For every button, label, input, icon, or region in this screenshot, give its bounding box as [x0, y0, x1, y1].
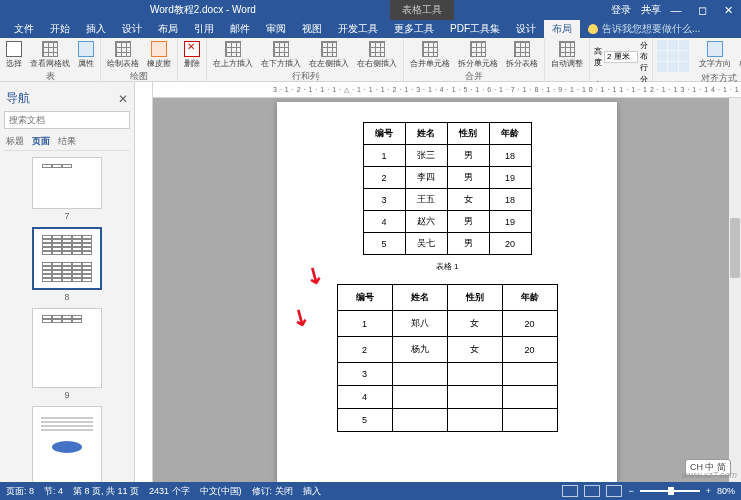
table-header-cell[interactable]: 年龄: [502, 285, 557, 311]
document-page[interactable]: 编号姓名性别年龄1张三男182李四男193王五女184赵六男195吴七男20 表…: [277, 102, 617, 482]
login-link[interactable]: 登录: [611, 3, 631, 17]
ribbon-tab-0[interactable]: 文件: [6, 20, 42, 38]
table-cell[interactable]: 18: [489, 189, 531, 211]
nav-tab-pages[interactable]: 页面: [32, 135, 50, 148]
table-cell[interactable]: 男: [447, 233, 489, 255]
table-row[interactable]: 3王五女18: [363, 189, 531, 211]
table-cell[interactable]: 王五: [405, 189, 447, 211]
ribbon-options-icon[interactable]: ⋯: [637, 0, 663, 20]
align-tc-button[interactable]: [668, 40, 678, 50]
insert-above-button[interactable]: 在上方插入: [211, 40, 255, 70]
table-cell[interactable]: 3: [363, 189, 405, 211]
table-cell[interactable]: 3: [337, 363, 392, 386]
table-cell[interactable]: 男: [447, 167, 489, 189]
align-bc-button[interactable]: [668, 62, 678, 72]
table-header-cell[interactable]: 编号: [337, 285, 392, 311]
align-mr-button[interactable]: [679, 51, 689, 61]
ribbon-tab-13[interactable]: 布局: [544, 20, 580, 38]
ribbon-tab-4[interactable]: 布局: [150, 20, 186, 38]
table-cell[interactable]: 2: [337, 337, 392, 363]
table-cell[interactable]: 赵六: [405, 211, 447, 233]
split-table-button[interactable]: 拆分表格: [504, 40, 540, 70]
split-cells-button[interactable]: 拆分单元格: [456, 40, 500, 70]
align-tr-button[interactable]: [679, 40, 689, 50]
table-cell[interactable]: 男: [447, 145, 489, 167]
table-cell[interactable]: 4: [363, 211, 405, 233]
view-gridlines-button[interactable]: 查看网格线: [28, 40, 72, 70]
page-thumb-9[interactable]: [32, 308, 102, 388]
table-cell[interactable]: 20: [502, 337, 557, 363]
ribbon-tab-6[interactable]: 邮件: [222, 20, 258, 38]
ribbon-tab-5[interactable]: 引用: [186, 20, 222, 38]
distribute-rows-button[interactable]: 分布行: [640, 40, 648, 73]
table-cell[interactable]: 4: [337, 386, 392, 409]
table-row[interactable]: 5吴七男20: [363, 233, 531, 255]
table-cell[interactable]: 19: [489, 211, 531, 233]
table-cell[interactable]: 20: [502, 311, 557, 337]
align-tl-button[interactable]: [657, 40, 667, 50]
table-cell[interactable]: [447, 363, 502, 386]
page-thumb-7[interactable]: [32, 157, 102, 209]
table-cell[interactable]: 郑八: [392, 311, 447, 337]
document-area[interactable]: 3·1·2·1·1·1·△·1·1·1·2·1·3·1·4·1·5·1·6·1·…: [153, 82, 741, 490]
table-cell[interactable]: [502, 386, 557, 409]
table-cell[interactable]: 女: [447, 311, 502, 337]
nav-search-input[interactable]: [4, 111, 130, 129]
ribbon-tab-12[interactable]: 设计: [508, 20, 544, 38]
insert-left-button[interactable]: 在左侧插入: [307, 40, 351, 70]
table-cell[interactable]: [392, 409, 447, 432]
nav-close-button[interactable]: ✕: [118, 92, 128, 106]
status-section[interactable]: 节: 4: [44, 485, 63, 498]
doc-table-1[interactable]: 编号姓名性别年龄1张三男182李四男193王五女184赵六男195吴七男20: [363, 122, 532, 255]
align-ml-button[interactable]: [657, 51, 667, 61]
table-cell[interactable]: 李四: [405, 167, 447, 189]
align-bl-button[interactable]: [657, 62, 667, 72]
delete-button[interactable]: 删除: [182, 40, 202, 70]
autofit-button[interactable]: 自动调整: [549, 40, 585, 70]
zoom-slider[interactable]: [640, 490, 700, 492]
row-height-input[interactable]: [604, 51, 638, 63]
table-header-cell[interactable]: 姓名: [392, 285, 447, 311]
close-window-button[interactable]: ✕: [715, 0, 741, 20]
ribbon-tab-3[interactable]: 设计: [114, 20, 150, 38]
nav-tab-results[interactable]: 结果: [58, 135, 76, 148]
status-language[interactable]: 中文(中国): [200, 485, 242, 498]
table-cell[interactable]: 张三: [405, 145, 447, 167]
doc-table-2[interactable]: 编号姓名性别年龄1郑八女202杨九女20345: [337, 284, 558, 432]
zoom-in-button[interactable]: +: [706, 486, 711, 496]
ribbon-tab-10[interactable]: 更多工具: [386, 20, 442, 38]
table-cell[interactable]: [392, 386, 447, 409]
table-cell[interactable]: 吴七: [405, 233, 447, 255]
draw-table-button[interactable]: 绘制表格: [105, 40, 141, 70]
table-row[interactable]: 4赵六男19: [363, 211, 531, 233]
ribbon-tab-11[interactable]: PDF工具集: [442, 20, 508, 38]
select-button[interactable]: 选择: [4, 40, 24, 70]
table-header-cell[interactable]: 姓名: [405, 123, 447, 145]
table-cell[interactable]: 20: [489, 233, 531, 255]
ribbon-tab-9[interactable]: 开发工具: [330, 20, 386, 38]
table-cell[interactable]: [447, 409, 502, 432]
page-thumb-10[interactable]: [32, 406, 102, 486]
zoom-level[interactable]: 80%: [717, 486, 735, 496]
eraser-button[interactable]: 橡皮擦: [145, 40, 173, 70]
ribbon-tab-7[interactable]: 审阅: [258, 20, 294, 38]
print-layout-button[interactable]: [584, 485, 600, 497]
nav-tab-headings[interactable]: 标题: [6, 135, 24, 148]
table-row[interactable]: 4: [337, 386, 557, 409]
table-cell[interactable]: 1: [363, 145, 405, 167]
table-header-cell[interactable]: 性别: [447, 285, 502, 311]
read-mode-button[interactable]: [562, 485, 578, 497]
table-row[interactable]: 1张三男18: [363, 145, 531, 167]
status-track-changes[interactable]: 修订: 关闭: [252, 485, 293, 498]
table-row[interactable]: 2杨九女20: [337, 337, 557, 363]
table-header-cell[interactable]: 编号: [363, 123, 405, 145]
table-cell[interactable]: 杨九: [392, 337, 447, 363]
insert-right-button[interactable]: 在右侧插入: [355, 40, 399, 70]
table-cell[interactable]: 5: [337, 409, 392, 432]
table-cell[interactable]: 女: [447, 337, 502, 363]
ribbon-tab-8[interactable]: 视图: [294, 20, 330, 38]
align-br-button[interactable]: [679, 62, 689, 72]
zoom-out-button[interactable]: −: [628, 486, 633, 496]
web-layout-button[interactable]: [606, 485, 622, 497]
table-cell[interactable]: 18: [489, 145, 531, 167]
